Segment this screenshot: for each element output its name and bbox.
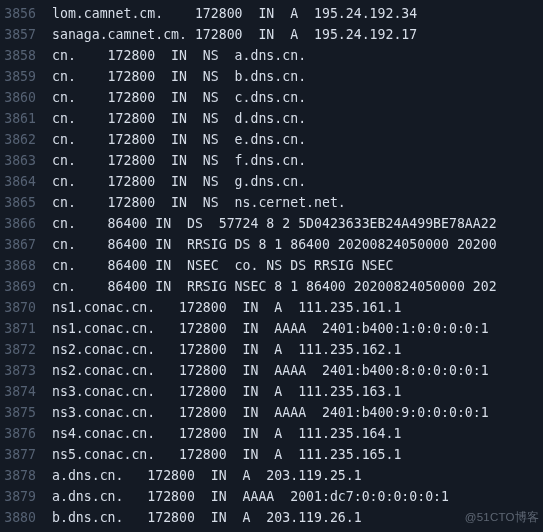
watermark-label: @51CTO博客 — [465, 507, 539, 528]
line-number: 3871 — [0, 318, 52, 339]
line-content: ns5.conac.cn. 172800 IN A 111.235.165.1 — [52, 444, 401, 465]
line-content: ns1.conac.cn. 172800 IN A 111.235.161.1 — [52, 297, 401, 318]
line-number: 3872 — [0, 339, 52, 360]
line-content: sanaga.camnet.cm. 172800 IN A 195.24.192… — [52, 24, 417, 45]
line-content: cn. 172800 IN NS ns.cernet.net. — [52, 192, 346, 213]
line-content: cn. 86400 IN NSEC co. NS DS RRSIG NSEC — [52, 255, 393, 276]
code-line[interactable]: 3869cn. 86400 IN RRSIG NSEC 8 1 86400 20… — [0, 276, 543, 297]
line-number: 3867 — [0, 234, 52, 255]
line-content: b.dns.cn. 172800 IN A 203.119.26.1 — [52, 507, 362, 528]
code-line[interactable]: 3877ns5.conac.cn. 172800 IN A 111.235.16… — [0, 444, 543, 465]
line-content: a.dns.cn. 172800 IN AAAA 2001:dc7:0:0:0:… — [52, 486, 449, 507]
line-number: 3860 — [0, 87, 52, 108]
line-content: cn. 172800 IN NS b.dns.cn. — [52, 66, 306, 87]
line-number: 3866 — [0, 213, 52, 234]
line-number: 3856 — [0, 3, 52, 24]
code-line[interactable]: 3856lom.camnet.cm. 172800 IN A 195.24.19… — [0, 3, 543, 24]
line-number: 3876 — [0, 423, 52, 444]
code-line[interactable]: 3857sanaga.camnet.cm. 172800 IN A 195.24… — [0, 24, 543, 45]
line-content: ns2.conac.cn. 172800 IN AAAA 2401:b400:8… — [52, 360, 489, 381]
line-content: cn. 172800 IN NS a.dns.cn. — [52, 45, 306, 66]
line-number: 3859 — [0, 66, 52, 87]
code-line[interactable]: 3880b.dns.cn. 172800 IN A 203.119.26.1 — [0, 507, 543, 528]
line-content: cn. 172800 IN NS d.dns.cn. — [52, 108, 306, 129]
code-line[interactable]: 3866cn. 86400 IN DS 57724 8 2 5D0423633E… — [0, 213, 543, 234]
line-content: cn. 86400 IN DS 57724 8 2 5D0423633EB24A… — [52, 213, 497, 234]
code-line[interactable]: 3858cn. 172800 IN NS a.dns.cn. — [0, 45, 543, 66]
line-content: a.dns.cn. 172800 IN A 203.119.25.1 — [52, 465, 362, 486]
code-line[interactable]: 3878a.dns.cn. 172800 IN A 203.119.25.1 — [0, 465, 543, 486]
line-number: 3873 — [0, 360, 52, 381]
line-number: 3874 — [0, 381, 52, 402]
code-line[interactable]: 3879a.dns.cn. 172800 IN AAAA 2001:dc7:0:… — [0, 486, 543, 507]
code-line[interactable]: 3868cn. 86400 IN NSEC co. NS DS RRSIG NS… — [0, 255, 543, 276]
line-number: 3875 — [0, 402, 52, 423]
line-number: 3862 — [0, 129, 52, 150]
code-line[interactable]: 3863cn. 172800 IN NS f.dns.cn. — [0, 150, 543, 171]
code-line[interactable]: 3873ns2.conac.cn. 172800 IN AAAA 2401:b4… — [0, 360, 543, 381]
code-editor[interactable]: 3856lom.camnet.cm. 172800 IN A 195.24.19… — [0, 0, 543, 528]
line-number: 3880 — [0, 507, 52, 528]
code-line[interactable]: 3860cn. 172800 IN NS c.dns.cn. — [0, 87, 543, 108]
code-line[interactable]: 3859cn. 172800 IN NS b.dns.cn. — [0, 66, 543, 87]
code-line[interactable]: 3872ns2.conac.cn. 172800 IN A 111.235.16… — [0, 339, 543, 360]
line-content: ns3.conac.cn. 172800 IN A 111.235.163.1 — [52, 381, 401, 402]
line-content: cn. 86400 IN RRSIG DS 8 1 86400 20200824… — [52, 234, 497, 255]
code-line[interactable]: 3870ns1.conac.cn. 172800 IN A 111.235.16… — [0, 297, 543, 318]
line-number: 3864 — [0, 171, 52, 192]
line-content: lom.camnet.cm. 172800 IN A 195.24.192.34 — [52, 3, 417, 24]
code-line[interactable]: 3865cn. 172800 IN NS ns.cernet.net. — [0, 192, 543, 213]
line-content: ns1.conac.cn. 172800 IN AAAA 2401:b400:1… — [52, 318, 489, 339]
code-line[interactable]: 3862cn. 172800 IN NS e.dns.cn. — [0, 129, 543, 150]
code-line[interactable]: 3864cn. 172800 IN NS g.dns.cn. — [0, 171, 543, 192]
line-number: 3863 — [0, 150, 52, 171]
code-line[interactable]: 3861cn. 172800 IN NS d.dns.cn. — [0, 108, 543, 129]
line-number: 3877 — [0, 444, 52, 465]
code-line[interactable]: 3875ns3.conac.cn. 172800 IN AAAA 2401:b4… — [0, 402, 543, 423]
line-content: ns2.conac.cn. 172800 IN A 111.235.162.1 — [52, 339, 401, 360]
line-number: 3858 — [0, 45, 52, 66]
line-number: 3878 — [0, 465, 52, 486]
line-content: cn. 172800 IN NS g.dns.cn. — [52, 171, 306, 192]
line-content: cn. 172800 IN NS c.dns.cn. — [52, 87, 306, 108]
line-number: 3857 — [0, 24, 52, 45]
line-number: 3870 — [0, 297, 52, 318]
line-content: cn. 172800 IN NS f.dns.cn. — [52, 150, 306, 171]
line-number: 3868 — [0, 255, 52, 276]
line-number: 3869 — [0, 276, 52, 297]
line-content: ns3.conac.cn. 172800 IN AAAA 2401:b400:9… — [52, 402, 489, 423]
line-content: cn. 86400 IN RRSIG NSEC 8 1 86400 202008… — [52, 276, 497, 297]
code-line[interactable]: 3874ns3.conac.cn. 172800 IN A 111.235.16… — [0, 381, 543, 402]
line-content: cn. 172800 IN NS e.dns.cn. — [52, 129, 306, 150]
code-line[interactable]: 3876ns4.conac.cn. 172800 IN A 111.235.16… — [0, 423, 543, 444]
line-number: 3879 — [0, 486, 52, 507]
line-content: ns4.conac.cn. 172800 IN A 111.235.164.1 — [52, 423, 401, 444]
code-line[interactable]: 3871ns1.conac.cn. 172800 IN AAAA 2401:b4… — [0, 318, 543, 339]
code-line[interactable]: 3867cn. 86400 IN RRSIG DS 8 1 86400 2020… — [0, 234, 543, 255]
line-number: 3865 — [0, 192, 52, 213]
line-number: 3861 — [0, 108, 52, 129]
